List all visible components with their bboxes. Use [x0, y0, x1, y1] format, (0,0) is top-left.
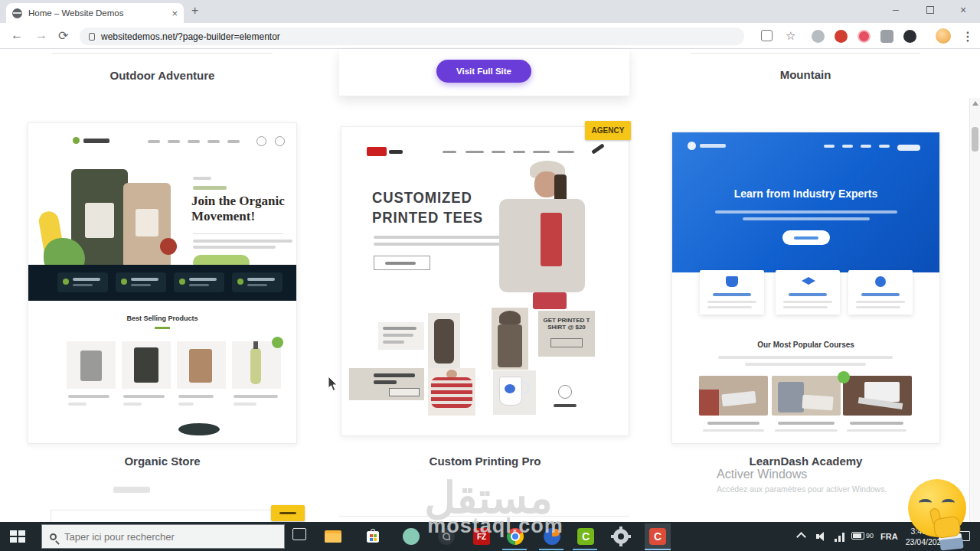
learndash-headline: Learn from Industry Experts	[672, 187, 939, 200]
printing-shop-button	[374, 256, 430, 270]
text-placeholder	[707, 301, 756, 303]
product-image	[80, 350, 102, 381]
course-thumbnail	[843, 376, 912, 416]
text-placeholder	[718, 356, 893, 359]
page-scrollbar[interactable]	[969, 98, 980, 551]
back-icon[interactable]: ←	[11, 28, 23, 42]
window-minimize-button[interactable]: –	[893, 3, 899, 15]
demo-card-organic-store[interactable]: Join the Organic Movement! Best Selling …	[28, 122, 297, 444]
person-lower	[533, 292, 567, 309]
text-placeholder	[131, 278, 158, 281]
extension-pink-icon[interactable]	[858, 30, 871, 43]
extension-dark-icon[interactable]	[903, 30, 916, 43]
language-indicator[interactable]: FRA	[880, 532, 898, 541]
taskbar-search-box[interactable]	[41, 524, 285, 549]
bookmark-star-icon[interactable]: ☆	[786, 29, 795, 43]
collage-textbox	[378, 322, 424, 350]
text-placeholder	[113, 487, 150, 493]
product-tile	[177, 341, 226, 389]
translate-icon[interactable]	[761, 30, 773, 41]
start-button[interactable]	[10, 530, 25, 543]
url-text[interactable]: websitedemos.net/?page-builder=elementor	[101, 31, 280, 42]
camtasia-recorder-icon[interactable]: C	[649, 528, 666, 545]
browser-tab[interactable]: Home – Website Demos ×	[6, 3, 184, 23]
organic-logo-text	[83, 139, 109, 143]
extension-red-icon[interactable]	[835, 30, 848, 43]
model-figure	[498, 324, 522, 367]
taskbar-search-input[interactable]	[64, 531, 256, 543]
learndash-cta-button	[782, 230, 830, 245]
reload-icon[interactable]: ⟳	[58, 28, 68, 43]
text-placeholder	[193, 246, 276, 249]
nav-placeholder	[227, 140, 240, 143]
course-title-placeholder	[707, 422, 760, 425]
demo-card-custom-printing[interactable]: AGENCY CUSTOMIZED PRINTED TEES	[341, 126, 629, 436]
text-placeholder	[247, 278, 275, 281]
demo-label-organic-store[interactable]: Organic Store	[28, 455, 297, 468]
tab-close-icon[interactable]: ×	[172, 8, 178, 19]
promo-button	[550, 338, 583, 347]
file-explorer-icon[interactable]	[325, 528, 341, 545]
text-placeholder	[193, 240, 292, 243]
bag-label	[85, 203, 114, 238]
demo-card-learndash[interactable]: Learn from Industry Experts	[671, 132, 940, 444]
feature-pill	[232, 272, 283, 292]
store-logo-pane	[370, 534, 373, 537]
windows-logo-pane	[18, 530, 25, 536]
demo-label-outdoor[interactable]: Outdoor Adventure	[77, 69, 248, 82]
signal-bar	[838, 536, 841, 542]
teal-app-icon[interactable]	[403, 528, 420, 545]
learndash-feature-card	[776, 270, 840, 315]
visit-full-site-button[interactable]: Visit Full Site	[436, 60, 531, 83]
address-bar[interactable]: websitedemos.net/?page-builder=elementor	[80, 28, 744, 45]
nav-placeholder	[861, 145, 871, 148]
feature-title-placeholder	[713, 293, 751, 296]
forward-icon[interactable]: →	[35, 28, 47, 42]
collage-model-3	[428, 368, 475, 416]
network-icon[interactable]	[835, 531, 847, 542]
mouse-cursor	[328, 377, 338, 392]
partial-agency-badge	[271, 505, 305, 521]
text-placeholder	[73, 284, 93, 286]
demo-card-hover[interactable]: Visit Full Site	[339, 49, 629, 96]
bottle-neck	[253, 341, 258, 349]
store-handle	[371, 529, 375, 533]
camtasia-icon[interactable]: C	[577, 528, 594, 545]
browser-menu-icon[interactable]: ⋮	[962, 29, 974, 44]
demo-label-mountain[interactable]: Mountain	[729, 68, 882, 81]
profile-avatar[interactable]	[936, 28, 951, 44]
leaf-icon	[63, 279, 69, 285]
window-maximize-button[interactable]	[926, 6, 934, 14]
nav-placeholder	[533, 151, 550, 153]
extension-gray-icon[interactable]	[812, 30, 825, 43]
text-placeholder	[193, 177, 211, 180]
button-text-placeholder	[385, 262, 416, 265]
emoji-eye	[919, 499, 932, 507]
learndash-feature-card	[848, 270, 913, 315]
search-handle	[55, 540, 60, 545]
settings-icon[interactable]	[612, 528, 629, 545]
microsoft-store-icon[interactable]	[364, 528, 381, 545]
course-title-placeholder	[850, 422, 903, 425]
card-bottom-edge	[691, 53, 920, 54]
product-name-placeholder	[123, 395, 165, 398]
new-tab-button[interactable]: +	[191, 4, 198, 18]
battery-percent: 90	[866, 532, 874, 540]
task-view-button[interactable]	[292, 528, 306, 540]
text-placeholder	[383, 327, 416, 330]
learndash-courses-title: Our Most Popular Courses	[672, 341, 939, 349]
extension-camera-icon[interactable]	[880, 30, 893, 43]
mug-handle	[521, 381, 530, 395]
text-placeholder	[383, 341, 404, 344]
apple-image	[160, 238, 177, 255]
text-placeholder	[783, 301, 832, 303]
tray-chevron-icon[interactable]	[796, 532, 806, 542]
speaker-cone	[818, 532, 824, 541]
demo-label-custom-printing[interactable]: Custom Printing Pro	[341, 455, 629, 468]
battery-icon[interactable]	[851, 532, 864, 540]
mug-logo	[505, 384, 515, 393]
scroll-up-arrow[interactable]	[972, 101, 978, 106]
demo-label-learndash[interactable]: LearnDash Academy	[671, 455, 940, 468]
window-close-button[interactable]: ×	[960, 4, 966, 16]
scrollbar-thumb[interactable]	[972, 127, 978, 152]
